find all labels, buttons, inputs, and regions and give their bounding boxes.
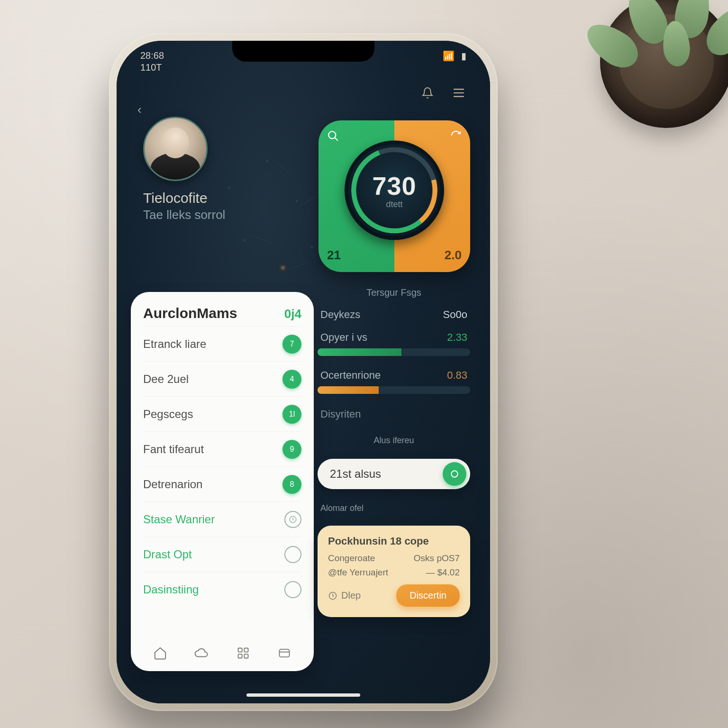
list-item[interactable]: Detrenarion 8 — [143, 466, 301, 501]
button-label: Dlep — [341, 590, 361, 601]
list-card: AurclonMams 0j4 Etranck liare 7 Dee 2uel… — [131, 292, 314, 671]
stats-column: Tersgur Fsgs Deykezs So0o Opyer i vs 2.3… — [318, 287, 470, 617]
profile-name: Tielocofite — [143, 190, 225, 207]
progress-bar — [318, 348, 470, 356]
stats-heading: Tersgur Fsgs — [318, 287, 470, 298]
stat-row: Deykezs So0o — [318, 307, 470, 323]
tab-grid[interactable] — [232, 642, 255, 664]
tab-cloud[interactable] — [190, 642, 213, 664]
status-time: 28:68 — [140, 50, 164, 61]
notifications-icon[interactable] — [418, 83, 437, 102]
clock-icon — [284, 511, 301, 528]
svg-rect-7 — [244, 648, 248, 652]
list-title: AurclonMams — [143, 305, 237, 321]
svg-rect-10 — [280, 649, 290, 657]
svg-line-4 — [335, 137, 338, 141]
battery-icon: ▮ — [461, 50, 466, 62]
tab-card[interactable] — [273, 642, 296, 664]
count-chip: 7 — [282, 335, 301, 354]
gauge-right-value: 2.0 — [403, 248, 462, 263]
radio-icon — [284, 581, 301, 598]
list-item-label: Drast Opt — [143, 548, 192, 561]
svg-point-12 — [451, 471, 457, 477]
list-badge: 0j4 — [284, 307, 301, 321]
list-item-label: Dasinstiing — [143, 583, 199, 596]
stat-label: Opyer i vs — [320, 331, 367, 344]
search-icon[interactable] — [327, 130, 386, 142]
gauge-value: 730 — [372, 171, 416, 200]
back-button[interactable]: ‹ — [137, 102, 142, 117]
stat-value: So0o — [443, 309, 467, 321]
summary-value: — $4.02 — [426, 567, 460, 578]
list-item[interactable]: Fant tifearut 9 — [143, 431, 301, 466]
list-item[interactable]: Drast Opt — [143, 537, 301, 572]
stat-row: Ocertenrione 0.83 — [318, 367, 470, 383]
refresh-icon[interactable] — [450, 130, 462, 141]
action-pill[interactable]: 21st alsus — [318, 459, 470, 489]
summary-label: @tfe Yerruajert — [328, 567, 388, 578]
stat-value: 2.33 — [447, 331, 467, 344]
list-item[interactable]: Etranck liare 7 — [143, 326, 301, 361]
profile-subtitle: Tae lleks sorrol — [143, 208, 225, 222]
menu-icon[interactable] — [449, 83, 468, 102]
list-item-label: Dee 2uel — [143, 373, 189, 386]
stat-row: Opyer i vs 2.33 — [318, 329, 470, 346]
summary-value: Osks pOS7 — [414, 553, 460, 564]
app-screen: 28:68 110T 📶 ▮ — [117, 41, 490, 703]
avatar[interactable] — [143, 117, 208, 181]
summary-card: Pockhunsin 18 cope Congeroate Osks pOS7 … — [318, 526, 470, 617]
home-indicator[interactable] — [246, 693, 360, 697]
tab-bar — [131, 642, 314, 664]
svg-rect-6 — [238, 648, 242, 652]
summary-row: Congeroate Osks pOS7 — [328, 553, 460, 564]
list-item-label: Fant tifearut — [143, 443, 204, 456]
summary-row: @tfe Yerruajert — $4.02 — [328, 567, 460, 578]
stat-value: 0.83 — [447, 369, 467, 382]
pill-heading: Alus ifereu — [320, 436, 467, 446]
svg-rect-9 — [244, 654, 248, 658]
stat-label: Deykezs — [320, 309, 360, 321]
decor-plant — [576, 0, 728, 152]
stat-label: Ocertenrione — [320, 369, 381, 382]
gauge-dial: 730 dtett — [345, 140, 444, 240]
section-label: Alomar ofel — [320, 503, 467, 513]
gauge-widget[interactable]: 21 2.0 730 dtett — [318, 120, 470, 272]
svg-rect-8 — [238, 654, 242, 658]
progress-bar — [318, 386, 470, 394]
list-item[interactable]: Stase Wanrier — [143, 501, 301, 537]
pill-label: 21st alsus — [330, 467, 381, 481]
go-icon[interactable] — [443, 462, 466, 486]
count-chip: 1l — [282, 405, 301, 424]
notch — [232, 41, 374, 62]
tab-home[interactable] — [149, 642, 172, 664]
primary-button[interactable]: Discertin — [396, 584, 460, 607]
list-item-label: Pegscegs — [143, 408, 193, 421]
list-item[interactable]: Dee 2uel 4 — [143, 361, 301, 396]
status-line2: 110T — [140, 62, 164, 73]
summary-title: Pockhunsin 18 cope — [328, 535, 460, 547]
phone-frame: 28:68 110T 📶 ▮ — [109, 33, 498, 711]
count-chip: 4 — [282, 370, 301, 389]
list-item[interactable]: Dasinstiing — [143, 572, 301, 607]
count-chip: 8 — [282, 475, 301, 494]
secondary-button[interactable]: Dlep — [328, 590, 361, 601]
list-item-label: Detrenarion — [143, 478, 202, 491]
stat-label: Disyriten — [320, 408, 467, 420]
signal-icon: 📶 — [443, 50, 455, 62]
button-label: Discertin — [410, 590, 446, 601]
count-chip: 9 — [282, 440, 301, 459]
list-item-label: Etranck liare — [143, 337, 206, 351]
svg-point-3 — [328, 131, 336, 138]
gauge-unit: dtett — [386, 200, 402, 209]
summary-label: Congeroate — [328, 553, 375, 564]
list-item-label: Stase Wanrier — [143, 513, 215, 526]
radio-icon — [284, 546, 301, 563]
gauge-left-value: 21 — [327, 248, 386, 263]
list-item[interactable]: Pegscegs 1l — [143, 396, 301, 431]
